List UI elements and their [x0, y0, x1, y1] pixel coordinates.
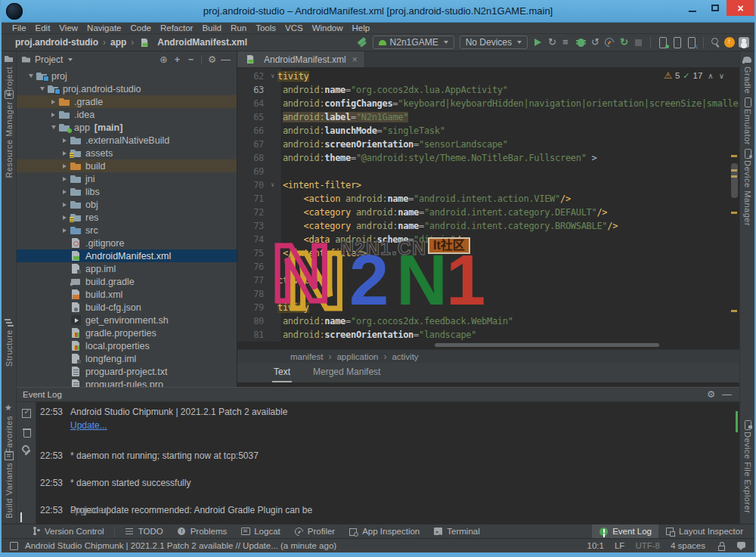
sdk-manager-icon[interactable] — [684, 36, 699, 49]
menu-run[interactable]: Run — [226, 23, 251, 32]
horizontal-scrollbar[interactable] — [237, 342, 739, 348]
title-bar[interactable]: proj.android-studio – AndroidManifest.xm… — [2, 0, 754, 23]
tab-merged-manifest[interactable]: Merged Manifest — [311, 363, 382, 382]
tree-item-.gradle[interactable]: .gradle — [17, 95, 237, 108]
chevron-right-icon[interactable] — [60, 174, 70, 184]
tool-window-button-terminal[interactable]: Terminal — [426, 525, 486, 538]
menu-help[interactable]: Help — [348, 23, 375, 32]
profile-avatar-icon[interactable] — [737, 36, 751, 49]
chevron-right-icon[interactable] — [60, 161, 70, 171]
chevron-right-icon[interactable] — [48, 97, 58, 107]
chevron-down-icon[interactable] — [37, 84, 47, 94]
hide-icon[interactable] — [219, 54, 232, 66]
horizontal-scrollbar-thumb[interactable] — [435, 343, 659, 347]
tree-item-proguard-project.txt[interactable]: proguard-project.txt — [17, 365, 237, 378]
code-line-71[interactable]: 71 <action android:name="android.intent.… — [237, 192, 739, 206]
tool-window-button-app-inspection[interactable]: App Inspection — [342, 525, 426, 538]
close-button[interactable]: × — [727, 0, 754, 16]
tree-item-build[interactable]: build — [17, 159, 237, 172]
tree-item-build.xml[interactable]: build.xml — [17, 288, 237, 301]
tree-item-proguard-rules.pro[interactable]: proguard-rules.pro — [17, 378, 237, 387]
tree-item-gradle.properties[interactable]: gradle.properties — [17, 326, 237, 339]
menu-refactor[interactable]: Refactor — [156, 23, 197, 32]
debug-icon[interactable] — [574, 36, 588, 49]
settings-icon[interactable] — [206, 54, 218, 66]
menu-tools[interactable]: Tools — [251, 23, 280, 32]
previous-issue-icon[interactable]: ∧ — [708, 72, 713, 80]
chevron-right-icon[interactable] — [60, 212, 70, 222]
tool-window-button-profiler[interactable]: Profiler — [287, 525, 342, 538]
tool-window-button-event-log[interactable]: Event Log — [592, 525, 658, 538]
menu-file[interactable]: File — [8, 23, 31, 32]
tool-button-build-variants[interactable]: Build Variants — [2, 450, 16, 518]
tool-button-resource-manager[interactable]: Resource Manager — [2, 89, 16, 178]
menu-view[interactable]: View — [54, 23, 82, 32]
code-line-67[interactable]: 67 android:screenOrientation="sensorLand… — [237, 138, 739, 151]
tree-item-longfeng.iml[interactable]: longfeng.iml — [17, 352, 237, 365]
event-link-update[interactable]: Update... — [70, 420, 107, 431]
tree-item-.idea[interactable]: .idea — [17, 108, 237, 121]
collapse-all-icon[interactable] — [184, 54, 197, 66]
tree-item-.gitignore[interactable]: .gitignore — [17, 237, 237, 249]
tool-button-emulator[interactable]: Emulator — [740, 97, 754, 145]
sync-gradle-icon[interactable] — [617, 36, 631, 49]
settings-icon[interactable] — [705, 388, 717, 401]
menu-navigate[interactable]: Navigate — [82, 23, 125, 32]
profile-restart-icon[interactable] — [545, 36, 559, 49]
tool-window-button-logcat[interactable]: Logcat — [234, 525, 287, 538]
cpu-profiler-icon[interactable] — [603, 36, 617, 49]
stop-icon[interactable] — [631, 36, 646, 49]
status-item-10-1[interactable]: 10:1 — [587, 541, 604, 550]
tool-button-gradle[interactable]: Gradle — [740, 54, 754, 94]
code-editor[interactable]: 62tivity63 android:name="org.cocos2dx.lu… — [237, 68, 739, 342]
tab-text[interactable]: Text — [272, 363, 292, 382]
soft-wrap-icon[interactable] — [20, 407, 33, 419]
xml-breadcrumb-manifest[interactable]: manifest — [290, 352, 323, 361]
status-item-4-spaces[interactable]: 4 spaces — [671, 541, 705, 550]
vertical-scrollbar-thumb[interactable] — [731, 163, 738, 198]
build-hammer-icon[interactable] — [355, 36, 370, 49]
tool-button-structure[interactable]: Structure — [2, 317, 16, 367]
warning-stripe-mark[interactable] — [731, 212, 737, 214]
code-line-76[interactable]: 76 — [237, 260, 739, 274]
run-configuration-select[interactable]: N2n1GAME — [373, 36, 454, 49]
tree-item-proj.android-studio[interactable]: proj.android-studio — [17, 82, 237, 95]
fold-marker-icon[interactable] — [268, 178, 277, 192]
maximize-button[interactable] — [704, 0, 727, 16]
tree-item-proj[interactable]: proj — [17, 70, 237, 82]
event-link-upgraded[interactable]: upgraded. — [70, 505, 111, 515]
coverage-icon[interactable] — [559, 36, 574, 49]
breadcrumb-file[interactable]: AndroidManifest.xml — [157, 37, 247, 48]
tree-item-get-environment.sh[interactable]: get_environment.sh — [17, 314, 237, 326]
tree-item-res[interactable]: res — [17, 211, 237, 224]
tree-item-obj[interactable]: obj — [17, 198, 237, 211]
menu-window[interactable]: Window — [308, 23, 348, 32]
xml-breadcrumb-application[interactable]: application — [336, 352, 378, 361]
device-manager-tb-icon[interactable] — [670, 36, 684, 49]
menu-vcs[interactable]: VCS — [280, 23, 308, 32]
tree-item-libs[interactable]: libs — [17, 185, 237, 198]
code-line-75[interactable]: 75 </intent-filter> — [237, 246, 739, 260]
code-line-66[interactable]: 66 android:launchMode="singleTask" — [237, 124, 739, 138]
breadcrumb-project[interactable]: proj.android-studio — [15, 37, 98, 48]
code-line-63[interactable]: 63 android:name="org.cocos2dx.lua.AppAct… — [237, 83, 739, 97]
code-line-81[interactable]: 81 android:screenOrientation="landscape" — [237, 328, 739, 342]
locate-icon[interactable] — [157, 54, 170, 66]
chevron-right-icon[interactable] — [60, 225, 70, 235]
tree-item-build-cfg.json[interactable]: build-cfg.json — [17, 301, 237, 314]
code-line-68[interactable]: 68 android:theme="@android:style/Theme.N… — [237, 151, 739, 165]
code-line-72[interactable]: 72 <category android:name="android.inten… — [237, 206, 739, 219]
tool-button-device-manager[interactable]: Device Manager — [740, 148, 754, 226]
event-log-header[interactable]: Event Log — [17, 388, 739, 402]
notifications-icon[interactable] — [736, 540, 747, 551]
expand-all-icon[interactable] — [171, 54, 184, 66]
close-tab-icon[interactable]: × — [352, 54, 358, 65]
inspections-widget[interactable]: ⚠ 5 ✓ 17 ∧ ∨ — [664, 70, 724, 81]
hide-icon[interactable] — [720, 388, 733, 401]
menu-code[interactable]: Code — [125, 23, 156, 32]
device-pair-icon[interactable] — [655, 36, 670, 49]
xml-breadcrumb-activity[interactable]: activity — [392, 352, 418, 361]
chevron-down-icon[interactable] — [26, 71, 36, 81]
tree-item-androidmanifest.xml[interactable]: AndroidManifest.xml — [17, 249, 237, 262]
tree-item-jni[interactable]: jni — [17, 172, 237, 185]
